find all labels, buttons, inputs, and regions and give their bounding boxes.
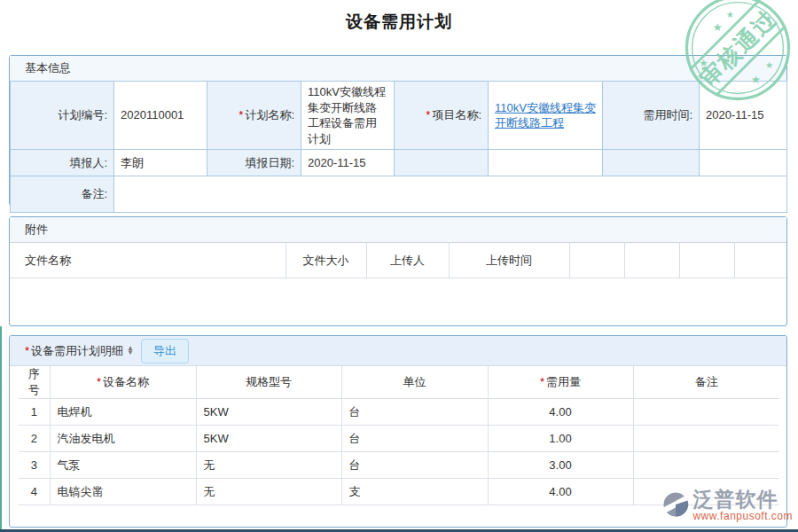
cell-unit: 台: [341, 452, 488, 479]
cell-remark: [633, 426, 779, 452]
cell-remark: [633, 399, 779, 426]
cell-name: 电镐尖凿: [50, 479, 196, 505]
required-asterisk: *: [97, 375, 101, 388]
required-asterisk: *: [426, 108, 430, 121]
empty-value-cell: [489, 150, 603, 176]
attach-col-uploadtime: 上传时间: [449, 243, 569, 278]
fanpu-logo-icon: [661, 489, 690, 520]
plan-no-value: 2020110001: [114, 82, 207, 150]
attachments-empty-area: [10, 278, 786, 326]
project-link[interactable]: 110kV安徽线程集变开断线路工程: [495, 101, 596, 130]
cell-remark: [633, 452, 779, 479]
basic-info-table: 计划编号: 2020110001 *计划名称: 110kV安徽线程集变开断线路工…: [10, 81, 787, 213]
cell-qty: 4.00: [488, 399, 633, 426]
cell-name: 汽油发电机: [50, 426, 196, 452]
attachments-section: 附件 文件名称 文件大小 上传人 上传时间: [9, 216, 787, 326]
basic-info-section: 基本信息 计划编号: 2020110001 *计划名称: 110kV安徽线程集变…: [9, 55, 787, 206]
detail-section-title: 设备需用计划明细: [31, 343, 123, 359]
cell-unit: 支: [341, 479, 488, 505]
project-name-label: *项目名称:: [395, 82, 489, 150]
attach-col-filesize: 文件大小: [286, 243, 366, 278]
cell-spec: 5KW: [196, 399, 341, 426]
cell-unit: 台: [341, 399, 488, 426]
cell-no: 1: [19, 399, 50, 426]
cell-qty: 1.00: [488, 426, 633, 452]
vendor-url: www.fanpusoft.com: [692, 510, 793, 522]
cell-no: 2: [19, 426, 50, 452]
equipment-requirement-plan-page: 设备需用计划 基本信息 计划编号: 2020110001 *计划名称: 110k…: [0, 0, 798, 532]
required-asterisk: *: [540, 375, 544, 388]
page-title: 设备需用计划: [0, 11, 798, 34]
attach-col-empty: [679, 243, 734, 278]
required-asterisk: *: [25, 344, 29, 357]
detail-col-unit: 单位: [341, 366, 488, 399]
basic-info-section-title: 基本信息: [10, 56, 786, 81]
cell-qty: 4.00: [488, 479, 633, 505]
need-time-label: 需用时间:: [603, 82, 700, 150]
attach-col-empty: [624, 243, 679, 278]
remark-label: 备注:: [11, 176, 114, 213]
cell-spec: 无: [196, 479, 341, 505]
attach-col-empty: [569, 243, 624, 278]
detail-col-no: 序号: [19, 366, 50, 399]
required-asterisk: *: [239, 108, 243, 121]
detail-section-header: * 设备需用计划明细 ▲▼ 导出: [10, 336, 786, 366]
reporter-value: 李朗: [114, 150, 207, 176]
empty-label-cell: [395, 150, 489, 176]
attachments-table: 文件名称 文件大小 上传人 上传时间: [10, 242, 786, 278]
plan-name-label: *计划名称:: [207, 82, 301, 150]
attach-col-filename: 文件名称: [10, 243, 286, 278]
empty-label-cell: [603, 150, 700, 176]
page-left-edge-divider: [0, 326, 2, 532]
detail-col-spec: 规格型号: [196, 366, 341, 399]
cell-spec: 5KW: [196, 426, 341, 452]
project-name-value: 110kV安徽线程集变开断线路工程: [489, 82, 603, 150]
table-row: 1 电焊机 5KW 台 4.00: [19, 399, 779, 426]
report-date-label: 填报日期:: [207, 150, 301, 176]
cell-spec: 无: [196, 452, 341, 479]
cell-no: 4: [19, 479, 50, 505]
export-button[interactable]: 导出: [141, 339, 189, 364]
need-time-value: 2020-11-15: [700, 82, 787, 150]
remark-value: [114, 176, 787, 213]
detail-table: 序号 *设备名称 规格型号 单位 *需用量 备注 1 电焊机 5KW 台 4.0…: [19, 366, 779, 505]
detail-col-qty: *需用量: [488, 366, 633, 399]
table-row: 2 汽油发电机 5KW 台 1.00: [19, 426, 779, 452]
sort-icon[interactable]: ▲▼: [127, 347, 134, 355]
cell-qty: 3.00: [488, 452, 633, 479]
attachments-section-title: 附件: [10, 217, 786, 242]
empty-value-cell: [700, 150, 787, 176]
report-date-value: 2020-11-15: [301, 150, 395, 176]
cell-name: 电焊机: [50, 399, 196, 426]
plan-name-value: 110kV安徽线程集变开断线路工程设备需用计划: [301, 82, 395, 150]
plan-no-label: 计划编号:: [11, 82, 114, 150]
reporter-label: 填报人:: [11, 150, 114, 176]
cell-unit: 台: [341, 426, 488, 452]
table-row: 3 气泵 无 台 3.00: [19, 452, 779, 479]
detail-col-name: *设备名称: [50, 366, 196, 399]
vendor-logo: 泛普软件 www.fanpusoft.com: [661, 489, 793, 522]
cell-no: 3: [19, 452, 50, 479]
attach-col-uploader: 上传人: [366, 243, 449, 278]
detail-col-remark: 备注: [633, 366, 779, 399]
cell-name: 气泵: [50, 452, 196, 479]
attach-col-empty: [734, 243, 786, 278]
vendor-name: 泛普软件: [692, 489, 793, 510]
